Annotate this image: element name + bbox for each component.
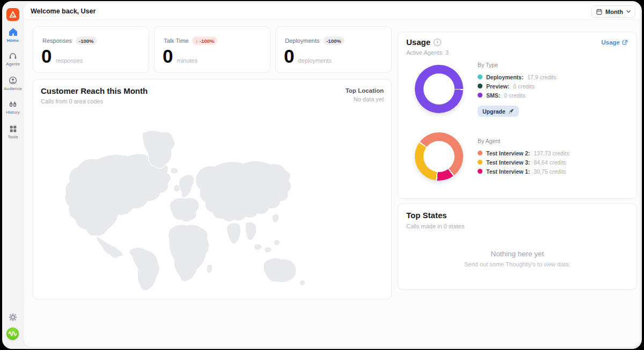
stat-card-responses: Responses -100% 0 responses: [33, 26, 149, 73]
external-link-icon: [622, 40, 628, 46]
active-agents: Active Agents: 3: [406, 49, 449, 56]
card-title: Top States: [406, 211, 447, 220]
sidebar-item-label: Audience: [4, 86, 22, 91]
sidebar-item-tools[interactable]: Tools: [2, 125, 24, 139]
legend-row: Deployments: 17,9 credits: [478, 72, 557, 81]
stat-label: Deployments: [285, 38, 319, 44]
legend-heading: By Agent: [478, 138, 569, 144]
customer-reach-card: Customer Reach this Month Calls from 0 a…: [33, 79, 392, 300]
settings-button[interactable]: [9, 313, 17, 322]
stat-card-talk-time: Talk Time ↓ -100% 0 minutes: [154, 26, 270, 73]
sidebar-item-label: Tools: [8, 135, 18, 139]
rocket-icon: [508, 108, 514, 114]
user-avatar[interactable]: [6, 327, 19, 340]
usage-external-link[interactable]: Usage: [601, 39, 628, 46]
chevron-down-icon: [626, 10, 631, 13]
legend-heading: By Type: [478, 62, 557, 68]
sidebar: Home Agents Audience: [2, 1, 24, 349]
usage-link-text: Usage: [601, 39, 620, 46]
legend-dot: [478, 75, 482, 79]
empty-subtitle: Send out some Thoughtly's to view data.: [398, 261, 636, 267]
page-header: Welcome back, User Month: [24, 3, 640, 20]
legend-value: 84,64 credits: [534, 159, 566, 166]
app-window: Home Agents Audience: [2, 1, 642, 349]
sidebar-item-history[interactable]: History: [2, 100, 24, 115]
usage-by-type-donut: [415, 65, 463, 113]
legend-row: Test Interview 1: 30,75 credits: [478, 167, 569, 176]
stat-change-badge: -100%: [323, 36, 344, 45]
stat-unit: deployments: [298, 57, 331, 64]
legend-dot: [478, 84, 482, 88]
top-location-value: No data yet: [346, 96, 384, 102]
legend-label: Test Interview 2:: [486, 150, 530, 157]
page-title: Welcome back, User: [31, 8, 96, 15]
by-agent-legend: By Agent Test Interview 2: 137,73 credit…: [478, 138, 569, 176]
thoughtly-logo[interactable]: [6, 8, 19, 21]
card-title: Usage: [406, 38, 441, 47]
calendar-icon: [596, 9, 602, 15]
usage-by-agent-donut: [415, 132, 463, 181]
period-selector[interactable]: Month: [591, 5, 635, 18]
headset-icon: [9, 52, 17, 60]
legend-label: Test Interview 3:: [486, 159, 530, 166]
legend-row: Test Interview 3: 84,64 credits: [478, 158, 569, 167]
legend-label: Preview:: [486, 83, 509, 90]
stat-card-deployments: Deployments -100% 0 deployments: [275, 26, 392, 73]
legend-dot: [478, 93, 482, 98]
by-type-legend: By Type Deployments: 17,9 credits Previe…: [478, 62, 557, 100]
grid-icon: [9, 125, 17, 133]
wave-avatar-icon: [6, 327, 19, 340]
gear-icon: [9, 313, 17, 322]
usage-title-text: Usage: [406, 38, 430, 47]
legend-label: Test Interview 1:: [486, 168, 530, 175]
sidebar-item-audience[interactable]: Audience: [2, 76, 24, 91]
top-location: Top Location No data yet: [346, 87, 384, 102]
legend-row: Test Interview 2: 137,73 credits: [478, 148, 569, 158]
sidebar-item-label: Agents: [6, 62, 20, 66]
legend-label: Deployments:: [486, 74, 523, 80]
stat-label: Talk Time: [164, 38, 188, 44]
stat-value: 0: [41, 46, 52, 67]
top-states-card: Top States Calls made in 0 states Nothin…: [398, 203, 637, 290]
period-label: Month: [605, 9, 623, 15]
sidebar-item-agents[interactable]: Agents: [2, 52, 24, 66]
stat-label: Responses: [42, 38, 72, 44]
stat-value: 0: [163, 46, 173, 67]
user-circle-icon: [9, 76, 17, 85]
upgrade-label: Upgrade: [482, 108, 506, 115]
stat-unit: minutes: [177, 57, 197, 64]
sidebar-item-label: Home: [7, 38, 19, 43]
home-icon: [9, 28, 18, 36]
sidebar-item-label: History: [6, 110, 20, 115]
main-panel: Welcome back, User Month Responses: [24, 3, 640, 347]
sidebar-item-home[interactable]: Home: [2, 28, 24, 43]
legend-value: 0 credits: [504, 92, 525, 99]
legend-row: SMS: 0 credits: [478, 91, 557, 100]
stat-change-badge: -100%: [76, 36, 97, 45]
legend-dot: [478, 169, 482, 174]
stat-change-badge: ↓ -100%: [192, 36, 217, 45]
binoculars-icon: [9, 100, 17, 108]
mountain-logo-icon: [9, 10, 17, 19]
legend-value: 30,75 credits: [534, 168, 566, 175]
world-map: [40, 115, 383, 293]
empty-state: Nothing here yet Send out some Thoughtly…: [398, 250, 636, 267]
legend-label: SMS:: [486, 92, 500, 99]
card-title: Customer Reach this Month: [41, 86, 148, 95]
top-location-label: Top Location: [346, 87, 384, 94]
legend-value: 137,73 credits: [534, 150, 569, 157]
card-subtitle: Calls made in 0 states: [406, 223, 464, 229]
legend-dot: [478, 151, 482, 155]
info-icon[interactable]: [434, 39, 441, 46]
legend-value: 0 credits: [513, 83, 535, 90]
usage-card: Usage Usage Active Agents: 3 By Type: [398, 32, 637, 199]
stat-unit: responses: [55, 57, 83, 64]
legend-dot: [478, 160, 482, 165]
legend-row: Preview: 0 credits: [478, 81, 557, 91]
legend-value: 17,9 credits: [527, 74, 556, 80]
dashboard-content: Responses -100% 0 responses Talk Time ↓ …: [24, 20, 640, 347]
stat-value: 0: [284, 46, 294, 67]
card-subtitle: Calls from 0 area codes: [41, 98, 103, 105]
upgrade-button[interactable]: Upgrade: [478, 106, 519, 117]
empty-title: Nothing here yet: [398, 250, 636, 258]
